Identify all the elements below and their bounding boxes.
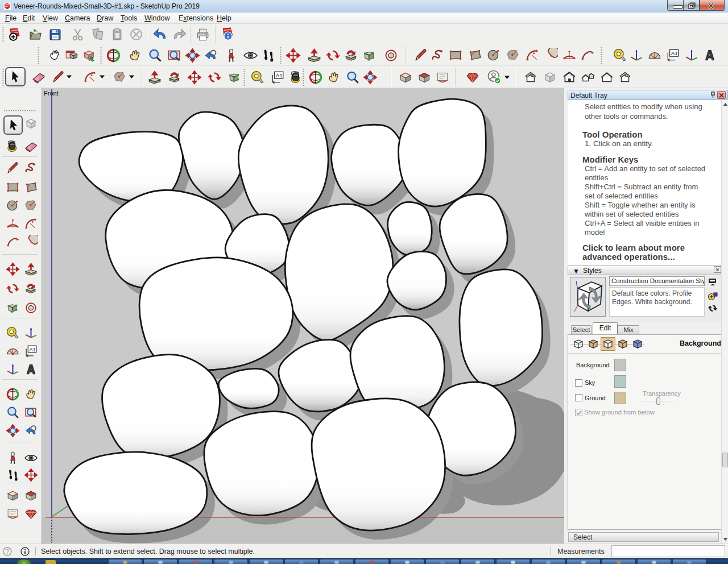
svg-text:A1: A1 bbox=[29, 347, 35, 353]
svg-text:A1: A1 bbox=[276, 72, 283, 78]
svg-text:A1: A1 bbox=[671, 50, 678, 56]
svg-text:?: ? bbox=[6, 548, 9, 555]
svg-text:Front: Front bbox=[44, 90, 59, 97]
